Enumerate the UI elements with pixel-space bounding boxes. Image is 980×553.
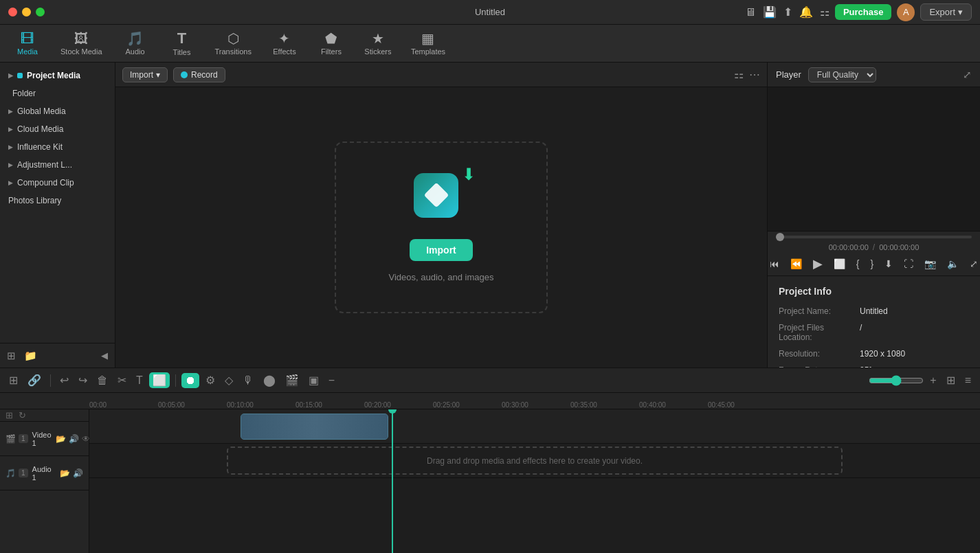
info-row-name: Project Name: Untitled <box>779 306 969 316</box>
export-button[interactable]: Export ▾ <box>920 3 972 21</box>
import-icon-area: ⬇ <box>414 173 469 228</box>
loop-icon[interactable]: ↻ <box>19 410 26 420</box>
toolbar-item-media[interactable]: 🎞 Media <box>14 32 41 56</box>
toolbar-item-stickers[interactable]: ★ Stickers <box>364 32 392 56</box>
collapse-panel-btn[interactable]: ◀ <box>101 350 108 361</box>
close-btn[interactable] <box>8 8 17 16</box>
import-main-button[interactable]: Import <box>410 239 473 261</box>
undo-icon[interactable]: ↩ <box>56 372 72 388</box>
audio-track-row[interactable]: Drag and drop media and effects here to … <box>89 444 980 478</box>
grid-view-icon[interactable]: ⊞ <box>943 372 959 388</box>
track-label-video1: 🎬 1 Video 1 📂 🔊 👁 <box>0 422 89 456</box>
voice-icon[interactable]: 🎙 <box>239 373 257 388</box>
video-track-row[interactable] <box>89 409 980 444</box>
mark-out-icon[interactable]: } <box>871 258 874 269</box>
toolbar-item-audio[interactable]: 🎵 Audio <box>122 32 149 56</box>
sidebar-item-compound-clip[interactable]: ▶ Compound Clip <box>0 174 115 192</box>
minimize-btn[interactable] <box>22 8 31 16</box>
bell-icon[interactable]: 🔔 <box>799 5 813 19</box>
audio-track-mute-icon[interactable]: 🔊 <box>73 469 83 478</box>
monitor-icon[interactable]: 🖥 <box>745 6 756 19</box>
playback-thumb[interactable] <box>776 233 784 241</box>
add-track-icon[interactable]: ⊞ <box>5 410 13 420</box>
clip-to-timeline-icon[interactable]: ⬇ <box>884 258 893 269</box>
sidebar-label-photos: Photos Library <box>8 196 61 205</box>
sidebar-item-photos-library[interactable]: Photos Library <box>0 192 115 210</box>
redo-icon[interactable]: ↪ <box>75 372 91 388</box>
zoom-icon[interactable]: ⤢ <box>970 258 978 269</box>
templates-icon: ▦ <box>421 32 434 45</box>
fullscreen-icon[interactable]: ⤢ <box>963 69 972 81</box>
filter-icon[interactable]: ⚏ <box>734 68 744 81</box>
fx-icon[interactable]: ⚙ <box>202 372 219 388</box>
delete-icon[interactable]: 🗑 <box>93 373 111 388</box>
panel-section: ▶ Project Media Folder ▶ Global Media ▶ … <box>0 63 115 214</box>
import-button[interactable]: Import ▾ <box>122 67 168 82</box>
diamond-shape <box>423 183 449 208</box>
cut-icon[interactable]: ✂ <box>114 372 130 388</box>
maximize-btn[interactable] <box>36 8 45 16</box>
text-icon[interactable]: T <box>133 373 146 388</box>
sidebar-item-global-media[interactable]: ▶ Global Media <box>0 102 115 120</box>
drop-zone[interactable]: ⬇ Import Videos, audio, and images <box>335 142 548 313</box>
toolbar-item-transitions[interactable]: ⬡ Transitions <box>215 32 252 56</box>
play-button[interactable]: ▶ <box>813 256 823 271</box>
timeline-needle[interactable] <box>392 409 393 553</box>
grid-icon[interactable]: ⚏ <box>820 5 829 19</box>
toolbar-item-effects[interactable]: ✦ Effects <box>271 32 298 56</box>
player-preview <box>768 87 980 232</box>
sidebar-label-global-media: Global Media <box>17 106 66 116</box>
link-icon[interactable]: 🔗 <box>24 372 45 388</box>
ruler-mark-7: 00:35:00 <box>570 401 639 409</box>
sidebar-item-adjustment-layer[interactable]: ▶ Adjustment L... <box>0 156 115 174</box>
project-info-title: Project Info <box>779 286 969 297</box>
save-icon[interactable]: 💾 <box>763 5 777 19</box>
ruler-mark-3: 00:15:00 <box>296 401 364 409</box>
playback-bar[interactable] <box>776 236 972 238</box>
avatar[interactable]: A <box>897 3 915 21</box>
zoom-minus-icon[interactable]: − <box>325 373 338 388</box>
sidebar-item-folder[interactable]: Folder <box>0 84 115 102</box>
toolbar-item-filters[interactable]: ⬟ Filters <box>318 32 345 56</box>
sidebar-item-project-media[interactable]: ▶ Project Media <box>0 67 115 84</box>
audio-icon[interactable]: 🔈 <box>947 258 959 269</box>
record-button[interactable]: Record <box>173 67 225 82</box>
ruler-time-1: 00:05:00 <box>158 401 185 409</box>
clip-icon[interactable]: 🎬 <box>282 372 302 388</box>
crop-icon[interactable]: ⬜ <box>834 258 845 269</box>
snapshot-icon[interactable]: 📷 <box>924 258 936 269</box>
zoom-slider[interactable] <box>869 375 924 386</box>
video-clip[interactable] <box>241 414 388 440</box>
settings-view-icon[interactable]: ≡ <box>961 373 975 388</box>
record-timeline-icon[interactable]: ⏺ <box>181 373 199 388</box>
pip-icon[interactable]: ⛶ <box>904 258 913 269</box>
record-dot-icon <box>181 71 188 78</box>
add-folder-icon[interactable]: ⊞ <box>7 350 16 362</box>
pip-tl-icon[interactable]: ▣ <box>305 372 322 388</box>
sidebar-item-cloud-media[interactable]: ▶ Cloud Media <box>0 120 115 138</box>
toolbar-item-stock-media[interactable]: 🖼 Stock Media <box>60 32 102 56</box>
upload-icon[interactable]: ⬆ <box>783 5 792 19</box>
project-name-label: Project Name: <box>779 306 854 316</box>
quality-select[interactable]: Full Quality <box>808 67 876 82</box>
video-track-open-icon[interactable]: 📂 <box>56 434 66 444</box>
mark-in-icon[interactable]: { <box>856 258 860 269</box>
timeline-ruler: 00:00 00:05:00 00:10:00 00:15:00 00:20:0… <box>0 393 980 409</box>
zoom-plus-icon[interactable]: + <box>926 373 939 388</box>
step-back-icon[interactable]: ⏪ <box>790 258 802 269</box>
toolbar-item-templates[interactable]: ▦ Templates <box>411 32 445 56</box>
sidebar-item-influence-kit[interactable]: ▶ Influence Kit <box>0 138 115 156</box>
toolbar-item-titles[interactable]: T Titles <box>168 31 196 56</box>
keyframe-icon[interactable]: ◇ <box>221 372 236 388</box>
video-track-hide-icon[interactable]: 👁 <box>82 434 90 444</box>
trim-icon[interactable]: ⬜ <box>149 372 170 388</box>
more-options-icon[interactable]: ⋯ <box>749 68 760 81</box>
purchase-button[interactable]: Purchase <box>835 4 892 20</box>
split-icon[interactable]: ⬤ <box>260 372 279 388</box>
snap-icon[interactable]: ⊞ <box>5 372 21 388</box>
audio-track-open-icon[interactable]: 📂 <box>60 469 70 478</box>
media-icon: 🎞 <box>21 32 34 45</box>
folder-icon[interactable]: 📁 <box>24 350 37 362</box>
video-track-mute-icon[interactable]: 🔊 <box>69 434 79 444</box>
skip-back-icon[interactable]: ⏮ <box>770 258 779 269</box>
